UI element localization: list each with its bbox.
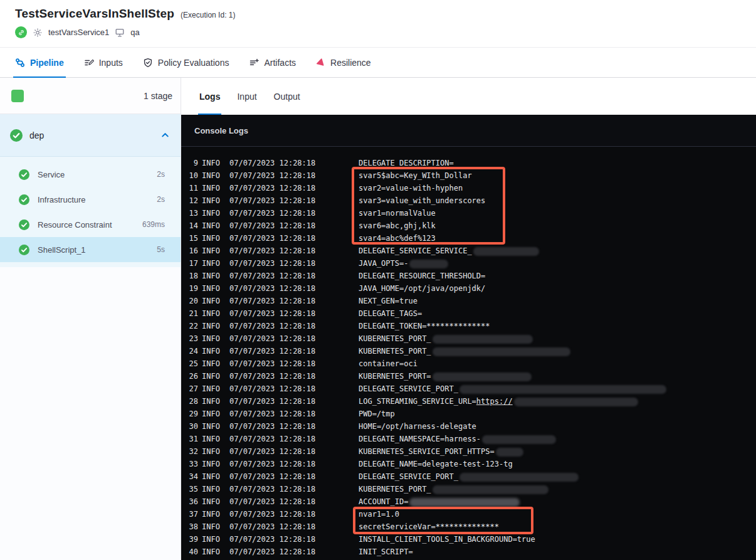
environment-icon: [115, 28, 125, 38]
log-line: 16INFO07/07/2023 12:28:18DELEGATE_SERVIC…: [181, 245, 756, 257]
log-message-text: DELEGATE_NAME=delegate-test-123-tg: [359, 460, 513, 468]
log-line-number: 32: [181, 447, 198, 456]
log-message: svar6=abc,ghj,klk: [359, 219, 756, 232]
log-line-number: 18: [181, 272, 198, 280]
execution-id-label: (Execution Id: 1): [181, 11, 235, 19]
log-timestamp: 07/07/2023 12:28:18: [229, 485, 359, 494]
log-level: INFO: [202, 435, 229, 443]
log-line-number: 36: [181, 497, 198, 506]
log-message-text: PWD=/tmp: [359, 409, 395, 418]
log-level: INFO: [202, 347, 229, 356]
log-line: 39INFO07/07/2023 12:28:18INSTALL_CLIENT_…: [181, 533, 756, 546]
log-message-text: DELEGATE_TAGS=: [359, 309, 422, 318]
log-timestamp: 07/07/2023 12:28:18: [229, 522, 359, 531]
log-message-text: JAVA_HOME=/opt/java/openjdk/: [359, 284, 485, 293]
log-line-number: 26: [181, 372, 198, 381]
log-line-number: 38: [181, 522, 198, 531]
log-timestamp: 07/07/2023 12:28:18: [229, 535, 359, 544]
step-item-service[interactable]: Service2s: [0, 162, 181, 187]
nav-tab-label: Policy Evaluations: [158, 58, 229, 68]
log-message-text: INIT_SCRIPT=: [359, 547, 413, 556]
log-tab-label: Logs: [199, 92, 220, 102]
log-timestamp: 07/07/2023 12:28:18: [229, 309, 359, 318]
log-tab-output[interactable]: Output: [274, 78, 300, 115]
log-message: DELEGATE_TAGS=: [359, 307, 756, 320]
stage-strip: 1 stage: [0, 78, 181, 114]
log-level: INFO: [202, 234, 229, 243]
log-timestamp: 07/07/2023 12:28:18: [229, 397, 359, 406]
nav-tab-pipeline[interactable]: Pipeline: [15, 48, 64, 77]
chevron-up-icon[interactable]: [160, 130, 170, 140]
log-line-number: 16: [181, 246, 198, 255]
log-line: 15INFO07/07/2023 12:28:18svar4=abc%def%1…: [181, 232, 756, 245]
log-level: INFO: [202, 246, 229, 255]
log-message: LOG_STREAMING_SERVICE_URL=https://: [359, 395, 756, 408]
log-message: container=oci: [359, 357, 756, 370]
log-message: JAVA_HOME=/opt/java/openjdk/: [359, 282, 756, 295]
log-message-text: INSTALL_CLIENT_TOOLS_IN_BACKGROUND=true: [359, 535, 535, 544]
log-message-text: KUBERNETES_PORT_: [359, 334, 431, 343]
log-line-number: 21: [181, 309, 198, 318]
log-link[interactable]: https://: [476, 397, 513, 406]
success-check-icon: [19, 194, 29, 205]
log-line-number: 9: [181, 159, 198, 167]
log-level: INFO: [202, 372, 229, 381]
log-timestamp: 07/07/2023 12:28:18: [229, 460, 359, 468]
log-timestamp: 07/07/2023 12:28:18: [229, 209, 359, 218]
log-tab-input[interactable]: Input: [237, 78, 256, 115]
log-message-text: svar4=abc%def%123: [359, 234, 436, 243]
log-line-number: 33: [181, 460, 198, 468]
log-message: nvar1=1.0: [359, 508, 756, 520]
console-log-lines: 9INFO07/07/2023 12:28:18DELEGATE_DESCRIP…: [181, 147, 756, 558]
log-message-text: NEXT_GEN=true: [359, 297, 417, 305]
log-line: 17INFO07/07/2023 12:28:18JAVA_OPTS=-: [181, 257, 756, 270]
log-line-number: 13: [181, 209, 198, 218]
step-item-infrastructure[interactable]: Infrastructure2s: [0, 187, 181, 212]
pipeline-icon: [15, 58, 25, 68]
log-level: INFO: [202, 485, 229, 494]
redacted-text: [514, 398, 638, 406]
redacted-text: [473, 247, 539, 256]
log-level: INFO: [202, 472, 229, 481]
log-line: 32INFO07/07/2023 12:28:18KUBERNETES_SERV…: [181, 445, 756, 458]
log-message: DELEGATE_SERVICE_PORT_: [359, 383, 756, 395]
log-message: KUBERNETES_PORT_: [359, 345, 756, 357]
execution-sidebar: 1 stage dep Service2sInfrastructure2sRes…: [0, 78, 181, 560]
nav-tab-inputs[interactable]: Inputs: [84, 48, 123, 77]
nav-tab-policy-evaluations[interactable]: Policy Evaluations: [143, 48, 229, 77]
log-tab-logs[interactable]: Logs: [199, 78, 220, 115]
log-level: INFO: [202, 397, 229, 406]
console-title: Console Logs: [194, 126, 248, 135]
nav-tab-label: Pipeline: [30, 58, 64, 68]
log-timestamp: 07/07/2023 12:28:18: [229, 447, 359, 456]
log-message-text: secretServiceVar=**************: [359, 522, 499, 531]
log-line: 21INFO07/07/2023 12:28:18DELEGATE_TAGS=: [181, 307, 756, 320]
log-message-text: DELEGATE_TOKEN=**************: [359, 322, 490, 330]
stage-group-name: dep: [29, 130, 160, 140]
log-message: DELEGATE_SERVICE_SERVICE_: [359, 245, 756, 257]
service-name[interactable]: testVarsService1: [48, 28, 109, 37]
log-message: KUBERNETES_PORT_: [359, 332, 756, 345]
environment-name[interactable]: qa: [130, 28, 139, 37]
step-item-shellscript-1[interactable]: ShellScript_15s: [0, 237, 181, 262]
step-duration: 639ms: [142, 220, 165, 229]
log-line: 10INFO07/07/2023 12:28:18svar5$abc=Key_W…: [181, 169, 756, 182]
log-line: 35INFO07/07/2023 12:28:18KUBERNETES_PORT…: [181, 483, 756, 495]
log-message: ACCOUNT_ID=: [359, 495, 756, 508]
log-line: 33INFO07/07/2023 12:28:18DELEGATE_NAME=d…: [181, 458, 756, 470]
log-message: INSTALL_CLIENT_TOOLS_IN_BACKGROUND=true: [359, 533, 756, 546]
log-message: svar3=value_with_underscores: [359, 194, 756, 207]
log-message: svar4=abc%def%123: [359, 232, 756, 245]
nav-tab-artifacts[interactable]: Artifacts: [249, 48, 296, 77]
stage-group-dep[interactable]: dep: [0, 114, 181, 157]
step-item-resource-constraint[interactable]: Resource Constraint639ms: [0, 212, 181, 237]
sidebar-empty-area: [0, 267, 181, 560]
artifacts-icon: [249, 58, 259, 68]
log-level: INFO: [202, 547, 229, 556]
redacted-text: [433, 335, 533, 344]
log-timestamp: 07/07/2023 12:28:18: [229, 184, 359, 193]
stage-status-square[interactable]: [11, 90, 24, 102]
log-message-text: KUBERNETES_SERVICE_PORT_HTTPS=: [359, 447, 495, 456]
nav-tab-resilience[interactable]: Resilience: [316, 48, 371, 77]
log-line: 12INFO07/07/2023 12:28:18svar3=value_wit…: [181, 194, 756, 207]
